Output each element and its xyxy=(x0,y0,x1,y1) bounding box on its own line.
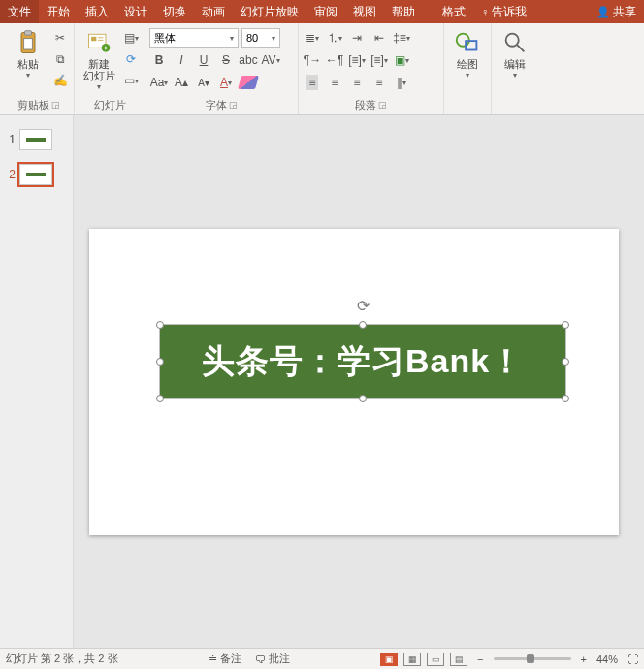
new-slide-label: 新建 幻灯片 xyxy=(83,58,115,81)
tab-help[interactable]: 帮助 xyxy=(384,0,423,23)
dialog-launcher-icon[interactable]: ◲ xyxy=(229,97,238,112)
clear-format-button[interactable] xyxy=(239,73,258,92)
resize-handle[interactable] xyxy=(359,321,367,329)
align-left-button[interactable]: ≡ xyxy=(303,73,322,92)
resize-handle[interactable] xyxy=(359,395,367,402)
zoom-out-button[interactable]: − xyxy=(477,653,483,665)
reset-icon: ⟳ xyxy=(126,52,136,66)
resize-handle[interactable] xyxy=(156,395,164,402)
fit-to-window-button[interactable]: ⛶ xyxy=(628,653,638,665)
tell-me[interactable]: ♀ 告诉我 xyxy=(473,0,534,23)
italic-button[interactable]: I xyxy=(172,50,191,70)
view-slideshow-button[interactable]: ▤ xyxy=(450,653,467,666)
resize-handle[interactable] xyxy=(562,395,569,402)
right-to-left-button[interactable]: ←¶ xyxy=(325,50,344,70)
thumb-preview xyxy=(26,173,46,176)
copy-button[interactable]: ⧉ xyxy=(50,49,70,69)
menubar: 文件 开始 插入 设计 切换 动画 幻灯片放映 审阅 视图 帮助 格式 ♀ 告诉… xyxy=(0,0,644,23)
tab-format[interactable]: 格式 xyxy=(435,0,473,23)
columns-button[interactable]: ‖▾ xyxy=(392,73,411,92)
scrollbar-vertical[interactable] xyxy=(634,115,644,648)
slide-canvas-area[interactable]: ⟳ 头条号：学习Bank！ xyxy=(74,115,634,648)
tab-animations[interactable]: 动画 xyxy=(194,0,233,23)
bullets-button[interactable]: ≣▾ xyxy=(303,28,322,48)
align-right-button[interactable]: ≡ xyxy=(347,73,367,92)
view-normal-button[interactable]: ▣ xyxy=(380,653,398,666)
chevron-down-icon: ▾ xyxy=(272,34,275,43)
line-spacing-button[interactable]: ‡≡▾ xyxy=(392,28,411,48)
justify-button[interactable]: ≡ xyxy=(370,73,389,92)
zoom-level[interactable]: 44% xyxy=(596,653,618,665)
layout-button[interactable]: ▤▾ xyxy=(121,28,141,48)
tab-design[interactable]: 设计 xyxy=(116,0,155,23)
spacing-button[interactable]: AV▾ xyxy=(261,50,280,70)
align-center-icon: ≡ xyxy=(331,76,338,89)
new-slide-button[interactable]: ✦ 新建 幻灯片 ▾ xyxy=(79,28,119,91)
group-clipboard: 粘贴 ▾ ✂ ⧉ ✍ 剪贴板◲ xyxy=(4,23,75,114)
tab-review[interactable]: 审阅 xyxy=(306,0,345,23)
underline-button[interactable]: U xyxy=(194,50,213,70)
svg-rect-1 xyxy=(25,31,32,35)
resize-handle[interactable] xyxy=(156,358,164,366)
align-text-button[interactable]: [≡]▾ xyxy=(370,50,389,70)
text-direction-button[interactable]: [≡]▾ xyxy=(347,50,367,70)
smartart-button[interactable]: ▣▾ xyxy=(392,50,411,70)
resize-handle[interactable] xyxy=(562,358,569,366)
svg-rect-2 xyxy=(24,39,33,49)
tab-insert[interactable]: 插入 xyxy=(78,0,116,23)
resize-handle[interactable] xyxy=(562,321,569,329)
zoom-in-button[interactable]: + xyxy=(581,653,587,665)
tab-slideshow[interactable]: 幻灯片放映 xyxy=(233,0,306,23)
notes-button[interactable]: ≐ 备注 xyxy=(209,652,242,666)
svg-line-12 xyxy=(517,45,525,52)
left-to-right-button[interactable]: ¶→ xyxy=(303,50,322,70)
zoom-slider[interactable] xyxy=(494,657,571,660)
view-reading-button[interactable]: ▭ xyxy=(427,653,444,666)
indent-dec-button[interactable]: ⇤ xyxy=(370,28,389,48)
align-text-icon: [≡] xyxy=(370,53,384,67)
paste-button[interactable]: 粘贴 ▾ xyxy=(8,28,48,80)
slide-thumb-2[interactable]: 2 xyxy=(0,162,73,187)
tab-file[interactable]: 文件 xyxy=(0,0,39,23)
indent-inc-button[interactable]: ⇥ xyxy=(347,28,367,48)
editing-label: 编辑 xyxy=(504,58,526,70)
tab-transitions[interactable]: 切换 xyxy=(155,0,194,23)
group-drawing: 绘图 ▾ xyxy=(444,23,492,114)
editing-button[interactable]: 编辑 ▾ xyxy=(496,28,534,80)
selected-textbox[interactable]: ⟳ 头条号：学习Bank！ xyxy=(159,324,566,399)
svg-rect-4 xyxy=(91,37,96,41)
status-slide-count: 幻灯片 第 2 张，共 2 张 xyxy=(6,652,118,666)
grow-font-button[interactable]: A▴ xyxy=(172,73,191,92)
font-family-combo[interactable]: 黑体 ▾ xyxy=(149,28,239,48)
shadow-button[interactable]: abc xyxy=(239,50,258,70)
slide-thumb-1[interactable]: 1 xyxy=(0,127,73,152)
shapes-icon xyxy=(453,28,482,57)
bold-button[interactable]: B xyxy=(149,50,169,70)
align-left-icon: ≡ xyxy=(306,75,317,90)
clipboard-icon xyxy=(14,28,43,57)
reset-button[interactable]: ⟳ xyxy=(121,49,141,69)
strike-button[interactable]: S xyxy=(216,50,236,70)
underline-icon: U xyxy=(200,53,209,67)
tab-home[interactable]: 开始 xyxy=(39,0,78,23)
format-painter-button[interactable]: ✍ xyxy=(50,71,70,90)
resize-handle[interactable] xyxy=(156,321,164,329)
tab-view[interactable]: 视图 xyxy=(345,0,384,23)
section-button[interactable]: ▭▾ xyxy=(121,71,141,90)
rotate-handle-icon[interactable]: ⟳ xyxy=(357,297,370,315)
dialog-launcher-icon[interactable]: ◲ xyxy=(378,97,387,112)
comments-button[interactable]: 🗨 批注 xyxy=(255,652,290,666)
shrink-font-button[interactable]: A▾ xyxy=(194,73,213,92)
font-color-button[interactable]: A▾ xyxy=(216,73,236,92)
numbering-button[interactable]: ⒈▾ xyxy=(325,28,344,48)
change-case-button[interactable]: Aa▾ xyxy=(149,73,169,92)
font-size-combo[interactable]: 80 ▾ xyxy=(242,28,280,48)
cut-button[interactable]: ✂ xyxy=(50,28,70,48)
view-sorter-button[interactable]: ▦ xyxy=(403,653,421,666)
zoom-knob[interactable] xyxy=(527,654,534,663)
dialog-launcher-icon[interactable]: ◲ xyxy=(51,97,60,112)
shrink-font-icon: A▾ xyxy=(198,78,209,88)
share-button[interactable]: 👤 共享 xyxy=(589,0,644,23)
align-center-button[interactable]: ≡ xyxy=(325,73,344,92)
drawing-button[interactable]: 绘图 ▾ xyxy=(448,28,487,80)
